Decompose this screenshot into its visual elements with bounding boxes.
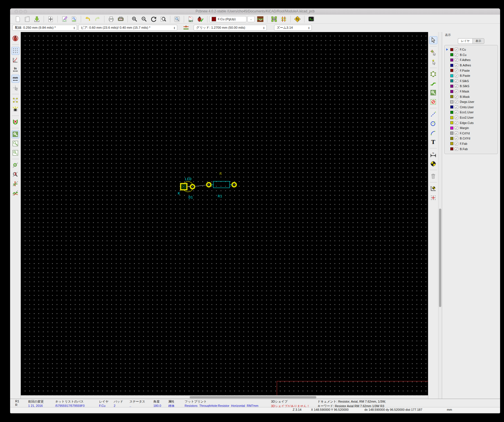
units-mm-button[interactable]: mm bbox=[12, 75, 19, 83]
layer-visibility-checkbox[interactable]: ✓ bbox=[455, 110, 458, 114]
zones-sketch-button[interactable] bbox=[12, 140, 19, 148]
track-width-select[interactable]: 配線: 0.250 mm (9.84 mils) * ▲▼ bbox=[12, 25, 77, 31]
layer-color-swatch[interactable] bbox=[450, 79, 453, 82]
layer-visibility-checkbox[interactable]: ✓ bbox=[455, 142, 458, 145]
library-browser-button[interactable] bbox=[70, 15, 78, 23]
plot-button[interactable] bbox=[117, 15, 124, 23]
layer-visibility-checkbox[interactable]: ✓ bbox=[455, 116, 458, 119]
high-contrast-button[interactable] bbox=[12, 171, 19, 179]
zones-filled-button[interactable] bbox=[12, 130, 19, 138]
layer-row-Dwgs.User[interactable]: ✓Dwgs.User bbox=[446, 99, 498, 105]
title-bar[interactable]: Pcbnew 4.0.2-stable /Users/cho45/Documen… bbox=[10, 8, 500, 15]
grid-size-select[interactable]: グリッド: 1.2700 mm (50.00 mils) ▲▼ bbox=[194, 25, 267, 31]
layer-row-F.SilkS[interactable]: ✓F.SilkS bbox=[446, 78, 498, 84]
find-button[interactable] bbox=[173, 15, 181, 23]
layer-row-Margin[interactable]: ✓Margin bbox=[446, 125, 498, 131]
layer-color-swatch[interactable] bbox=[450, 142, 453, 145]
autodel-track-button[interactable] bbox=[12, 118, 19, 126]
layer-visibility-checkbox[interactable]: ✓ bbox=[455, 74, 458, 77]
layer-visibility-checkbox[interactable]: ✓ bbox=[455, 105, 458, 109]
ratsnest-show-button[interactable] bbox=[12, 96, 19, 104]
add-dimension-button[interactable]: N bbox=[429, 151, 437, 159]
redraw-button[interactable] bbox=[150, 15, 157, 23]
layer-visibility-checkbox[interactable]: ✓ bbox=[455, 64, 458, 67]
horizontal-scrollbar[interactable] bbox=[21, 395, 428, 399]
netlist-button[interactable]: NET bbox=[187, 15, 194, 23]
vertical-scrollbar[interactable] bbox=[438, 32, 442, 399]
layers-panel-tab-レイヤ[interactable]: レイヤ bbox=[458, 38, 472, 44]
sheet-settings-button[interactable] bbox=[47, 15, 54, 23]
layer-visibility-checkbox[interactable]: ✓ bbox=[455, 58, 458, 62]
drc-check-button[interactable] bbox=[197, 15, 204, 23]
polar-coords-button[interactable]: r bbox=[12, 56, 19, 64]
layer-row-B.Cu[interactable]: ✓B.Cu bbox=[446, 52, 498, 58]
add-text-button[interactable]: T bbox=[429, 138, 437, 146]
resistor-value-text[interactable]: R bbox=[219, 171, 222, 176]
zoom-in-button[interactable] bbox=[131, 15, 138, 23]
local-ratsnest-button[interactable] bbox=[429, 58, 437, 66]
resistor-ref-text[interactable]: R1 bbox=[218, 194, 222, 198]
vertical-scrollbar-thumb[interactable] bbox=[439, 209, 441, 307]
units-inch-button[interactable]: In bbox=[12, 66, 19, 73]
track-width-palette-button[interactable] bbox=[182, 24, 190, 31]
layer-color-swatch[interactable] bbox=[450, 105, 453, 109]
module-ratsnest-button[interactable] bbox=[12, 106, 19, 114]
zoom-fit-button[interactable] bbox=[160, 15, 167, 23]
active-layer-select[interactable]: F.Cu (PgUp) bbox=[209, 16, 247, 22]
layer-pair-button[interactable] bbox=[257, 15, 264, 23]
layer-visibility-checkbox[interactable]: ✓ bbox=[455, 100, 458, 103]
layer-row-B.SilkS[interactable]: ✓B.SilkS bbox=[446, 84, 498, 89]
layer-row-B.Adhes[interactable]: ✓B.Adhes bbox=[446, 63, 498, 68]
layer-row-F.Cu[interactable]: ✓F.Cu bbox=[446, 47, 498, 52]
new-board-button[interactable] bbox=[14, 15, 21, 23]
layer-visibility-checkbox[interactable]: ✓ bbox=[455, 95, 458, 98]
resistor-body-outline[interactable] bbox=[213, 181, 230, 188]
via-size-select[interactable]: ビア: 0.60 mm (23.6 mils)/ 0.40 mm (15.7 m… bbox=[78, 25, 177, 31]
layer-color-swatch[interactable] bbox=[450, 121, 453, 124]
layer-color-swatch[interactable] bbox=[450, 48, 453, 51]
add-zone-button[interactable] bbox=[429, 89, 437, 97]
add-circle-button[interactable] bbox=[429, 120, 437, 128]
footprint-mode-button[interactable] bbox=[270, 15, 278, 23]
undo-button[interactable] bbox=[84, 15, 91, 23]
layer-row-F.Paste[interactable]: ✓F.Paste bbox=[446, 68, 498, 73]
layer-row-Eco2.User[interactable]: ✓Eco2.User bbox=[446, 115, 498, 120]
select-tool-button[interactable] bbox=[429, 36, 437, 44]
save-board-button[interactable] bbox=[33, 15, 41, 23]
delete-tool-button[interactable] bbox=[429, 172, 437, 180]
layer-color-swatch[interactable] bbox=[450, 137, 453, 140]
zoom-out-button[interactable] bbox=[140, 15, 148, 23]
layer-color-swatch[interactable] bbox=[450, 127, 453, 130]
place-origin-button[interactable] bbox=[429, 185, 437, 193]
layer-color-swatch[interactable] bbox=[450, 53, 453, 56]
layer-color-swatch[interactable] bbox=[450, 111, 453, 114]
zoom-select[interactable]: ズーム3.14 ▲▼ bbox=[274, 25, 312, 31]
layer-row-B.Mask[interactable]: ✓B.Mask bbox=[446, 94, 498, 99]
layer-visibility-checkbox[interactable]: ✓ bbox=[455, 84, 458, 88]
add-footprint-button[interactable] bbox=[429, 70, 437, 78]
layer-color-swatch[interactable] bbox=[450, 58, 453, 62]
grid-show-button[interactable] bbox=[12, 47, 19, 55]
layer-visibility-checkbox[interactable]: ✓ bbox=[455, 147, 458, 151]
layer-row-F.CrtYd[interactable]: ✓F.CrtYd bbox=[446, 131, 498, 136]
layer-color-swatch[interactable] bbox=[450, 64, 453, 67]
layer-color-swatch[interactable] bbox=[450, 95, 453, 98]
module-editor-button[interactable] bbox=[61, 15, 68, 23]
layer-row-Edge.Cuts[interactable]: ✓Edge.Cuts bbox=[446, 120, 498, 125]
layer-visibility-checkbox[interactable]: ✓ bbox=[455, 79, 458, 83]
add-keepout-button[interactable] bbox=[429, 98, 437, 106]
add-target-button[interactable] bbox=[429, 160, 437, 168]
layer-color-swatch[interactable] bbox=[450, 85, 453, 88]
layer-row-B.Fab[interactable]: ✓B.Fab bbox=[446, 146, 498, 152]
tracks-sketch-button[interactable] bbox=[12, 180, 19, 188]
highlight-net-button[interactable] bbox=[429, 49, 437, 57]
layer-visibility-checkbox[interactable]: ✓ bbox=[455, 126, 458, 130]
layer-visibility-checkbox[interactable]: ✓ bbox=[455, 53, 458, 57]
vias-sketch-button[interactable] bbox=[12, 161, 19, 169]
redo-button[interactable] bbox=[94, 15, 101, 23]
track-mode-button[interactable] bbox=[280, 15, 287, 23]
print-button[interactable] bbox=[107, 15, 115, 23]
layer-row-B.CrtYd[interactable]: ✓B.CrtYd bbox=[446, 136, 498, 141]
led-value-text[interactable]: LED bbox=[185, 177, 192, 181]
zones-outline-button[interactable] bbox=[12, 149, 19, 157]
